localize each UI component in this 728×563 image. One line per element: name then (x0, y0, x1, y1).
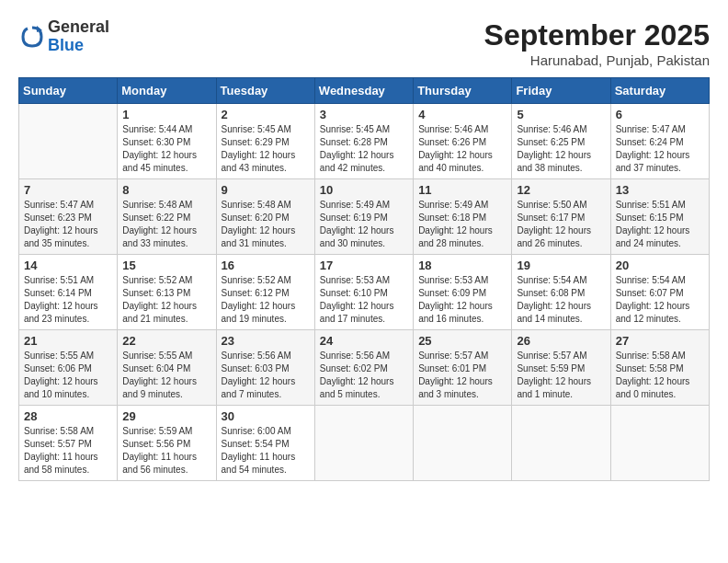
day-info: Sunrise: 5:53 AM Sunset: 6:10 PM Dayligh… (320, 274, 408, 326)
day-info: Sunrise: 5:58 AM Sunset: 5:57 PM Dayligh… (24, 425, 112, 477)
weekday-header-friday: Friday (512, 78, 610, 104)
calendar-cell: 23Sunrise: 5:56 AM Sunset: 6:03 PM Dayli… (216, 330, 314, 406)
day-number: 2 (222, 108, 310, 121)
day-number: 24 (320, 334, 408, 348)
weekday-header-wednesday: Wednesday (314, 78, 413, 104)
weekday-header-tuesday: Tuesday (216, 78, 314, 104)
weekday-header-thursday: Thursday (414, 78, 512, 104)
day-info: Sunrise: 5:55 AM Sunset: 6:06 PM Dayligh… (24, 350, 112, 401)
day-number: 29 (122, 409, 210, 423)
weekday-header-sunday: Sunday (19, 78, 118, 104)
calendar-cell: 4Sunrise: 5:46 AM Sunset: 6:26 PM Daylig… (414, 104, 512, 179)
weekday-header-monday: Monday (118, 78, 216, 104)
month-title: September 2025 (484, 18, 710, 52)
calendar-week-5: 28Sunrise: 5:58 AM Sunset: 5:57 PM Dayli… (19, 406, 710, 481)
calendar-cell: 16Sunrise: 5:52 AM Sunset: 6:12 PM Dayli… (216, 255, 314, 330)
day-info: Sunrise: 5:54 AM Sunset: 6:07 PM Dayligh… (616, 274, 704, 326)
day-number: 23 (222, 334, 310, 348)
logo: General Blue (18, 18, 109, 55)
calendar-cell: 22Sunrise: 5:55 AM Sunset: 6:04 PM Dayli… (118, 330, 216, 406)
day-info: Sunrise: 5:53 AM Sunset: 6:09 PM Dayligh… (418, 274, 506, 326)
day-number: 26 (517, 334, 605, 348)
calendar-cell: 27Sunrise: 5:58 AM Sunset: 5:58 PM Dayli… (610, 330, 709, 406)
day-number: 17 (320, 259, 408, 272)
calendar-cell: 19Sunrise: 5:54 AM Sunset: 6:08 PM Dayli… (512, 255, 610, 330)
calendar-cell: 6Sunrise: 5:47 AM Sunset: 6:24 PM Daylig… (610, 104, 709, 179)
calendar-header: SundayMondayTuesdayWednesdayThursdayFrid… (19, 78, 710, 104)
day-info: Sunrise: 5:45 AM Sunset: 6:28 PM Dayligh… (320, 123, 408, 175)
day-info: Sunrise: 5:58 AM Sunset: 5:58 PM Dayligh… (616, 350, 704, 401)
title-block: September 2025 Harunabad, Punjab, Pakist… (484, 18, 710, 68)
day-info: Sunrise: 5:47 AM Sunset: 6:23 PM Dayligh… (24, 199, 112, 250)
calendar-body: 1Sunrise: 5:44 AM Sunset: 6:30 PM Daylig… (19, 104, 710, 481)
day-number: 13 (616, 183, 704, 197)
day-info: Sunrise: 5:46 AM Sunset: 6:25 PM Dayligh… (517, 123, 605, 175)
calendar-cell: 21Sunrise: 5:55 AM Sunset: 6:06 PM Dayli… (19, 330, 118, 406)
calendar-cell: 26Sunrise: 5:57 AM Sunset: 5:59 PM Dayli… (512, 330, 610, 406)
calendar-week-3: 14Sunrise: 5:51 AM Sunset: 6:14 PM Dayli… (19, 255, 710, 330)
calendar-cell: 28Sunrise: 5:58 AM Sunset: 5:57 PM Dayli… (19, 406, 118, 481)
calendar-cell: 30Sunrise: 6:00 AM Sunset: 5:54 PM Dayli… (216, 406, 314, 481)
day-number: 28 (24, 409, 112, 423)
calendar-week-2: 7Sunrise: 5:47 AM Sunset: 6:23 PM Daylig… (19, 179, 710, 255)
day-number: 3 (320, 108, 408, 121)
calendar-cell: 3Sunrise: 5:45 AM Sunset: 6:28 PM Daylig… (314, 104, 413, 179)
calendar-cell: 15Sunrise: 5:52 AM Sunset: 6:13 PM Dayli… (118, 255, 216, 330)
day-number: 18 (418, 259, 506, 272)
day-info: Sunrise: 5:57 AM Sunset: 6:01 PM Dayligh… (418, 350, 506, 401)
day-number: 27 (616, 334, 704, 348)
day-number: 1 (122, 108, 210, 121)
day-info: Sunrise: 6:00 AM Sunset: 5:54 PM Dayligh… (222, 425, 310, 477)
day-info: Sunrise: 5:51 AM Sunset: 6:15 PM Dayligh… (616, 199, 704, 250)
calendar-table: SundayMondayTuesdayWednesdayThursdayFrid… (18, 77, 710, 481)
calendar-cell: 10Sunrise: 5:49 AM Sunset: 6:19 PM Dayli… (314, 179, 413, 255)
location-subtitle: Harunabad, Punjab, Pakistan (484, 52, 710, 68)
day-number: 14 (24, 259, 112, 272)
day-number: 22 (122, 334, 210, 348)
calendar-cell (314, 406, 413, 481)
calendar-cell: 9Sunrise: 5:48 AM Sunset: 6:20 PM Daylig… (216, 179, 314, 255)
calendar-cell: 29Sunrise: 5:59 AM Sunset: 5:56 PM Dayli… (118, 406, 216, 481)
day-info: Sunrise: 5:44 AM Sunset: 6:30 PM Dayligh… (122, 123, 210, 175)
day-info: Sunrise: 5:56 AM Sunset: 6:02 PM Dayligh… (320, 350, 408, 401)
calendar-cell: 18Sunrise: 5:53 AM Sunset: 6:09 PM Dayli… (414, 255, 512, 330)
day-number: 6 (616, 108, 704, 121)
day-info: Sunrise: 5:45 AM Sunset: 6:29 PM Dayligh… (222, 123, 310, 175)
calendar-cell: 13Sunrise: 5:51 AM Sunset: 6:15 PM Dayli… (610, 179, 709, 255)
calendar-cell (19, 104, 118, 179)
calendar-cell: 8Sunrise: 5:48 AM Sunset: 6:22 PM Daylig… (118, 179, 216, 255)
day-number: 21 (24, 334, 112, 348)
day-info: Sunrise: 5:47 AM Sunset: 6:24 PM Dayligh… (616, 123, 704, 175)
day-info: Sunrise: 5:50 AM Sunset: 6:17 PM Dayligh… (517, 199, 605, 250)
day-number: 15 (122, 259, 210, 272)
day-number: 4 (418, 108, 506, 121)
calendar-cell: 17Sunrise: 5:53 AM Sunset: 6:10 PM Dayli… (314, 255, 413, 330)
day-info: Sunrise: 5:46 AM Sunset: 6:26 PM Dayligh… (418, 123, 506, 175)
calendar-week-4: 21Sunrise: 5:55 AM Sunset: 6:06 PM Dayli… (19, 330, 710, 406)
day-info: Sunrise: 5:52 AM Sunset: 6:13 PM Dayligh… (122, 274, 210, 326)
calendar-cell: 25Sunrise: 5:57 AM Sunset: 6:01 PM Dayli… (414, 330, 512, 406)
day-info: Sunrise: 5:57 AM Sunset: 5:59 PM Dayligh… (517, 350, 605, 401)
day-number: 20 (616, 259, 704, 272)
day-number: 12 (517, 183, 605, 197)
day-number: 9 (222, 183, 310, 197)
calendar-cell: 14Sunrise: 5:51 AM Sunset: 6:14 PM Dayli… (19, 255, 118, 330)
calendar-cell: 1Sunrise: 5:44 AM Sunset: 6:30 PM Daylig… (118, 104, 216, 179)
day-info: Sunrise: 5:54 AM Sunset: 6:08 PM Dayligh… (517, 274, 605, 326)
calendar-cell: 7Sunrise: 5:47 AM Sunset: 6:23 PM Daylig… (19, 179, 118, 255)
day-number: 5 (517, 108, 605, 121)
calendar-cell: 11Sunrise: 5:49 AM Sunset: 6:18 PM Dayli… (414, 179, 512, 255)
day-info: Sunrise: 5:48 AM Sunset: 6:22 PM Dayligh… (122, 199, 210, 250)
day-number: 19 (517, 259, 605, 272)
day-info: Sunrise: 5:52 AM Sunset: 6:12 PM Dayligh… (222, 274, 310, 326)
calendar-week-1: 1Sunrise: 5:44 AM Sunset: 6:30 PM Daylig… (19, 104, 710, 179)
logo-icon (18, 23, 46, 51)
weekday-header-row: SundayMondayTuesdayWednesdayThursdayFrid… (19, 78, 710, 104)
day-number: 16 (222, 259, 310, 272)
day-number: 7 (24, 183, 112, 197)
day-number: 30 (222, 409, 310, 423)
day-info: Sunrise: 5:49 AM Sunset: 6:18 PM Dayligh… (418, 199, 506, 250)
day-number: 8 (122, 183, 210, 197)
day-info: Sunrise: 5:59 AM Sunset: 5:56 PM Dayligh… (122, 425, 210, 477)
calendar-cell (414, 406, 512, 481)
